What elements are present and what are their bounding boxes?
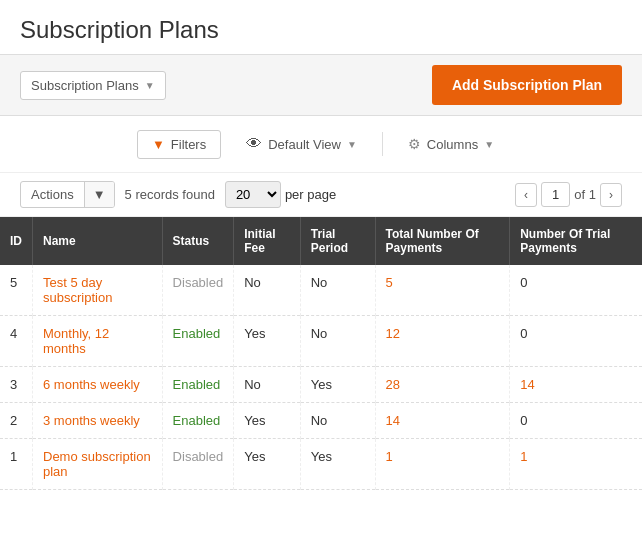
filter-icon: ▼ bbox=[152, 137, 165, 152]
cell-name[interactable]: 3 months weekly bbox=[33, 403, 163, 439]
cell-trial-payments: 14 bbox=[510, 367, 642, 403]
eye-icon: 👁 bbox=[246, 135, 262, 153]
cell-id: 4 bbox=[0, 316, 33, 367]
cell-name[interactable]: 6 months weekly bbox=[33, 367, 163, 403]
table-row: 5 Test 5 day subscription Disabled No No… bbox=[0, 265, 642, 316]
table-row: 4 Monthly, 12 months Enabled Yes No 12 0 bbox=[0, 316, 642, 367]
cell-trial-period: No bbox=[300, 316, 375, 367]
cell-initial-fee: Yes bbox=[234, 439, 301, 490]
cell-trial-payments: 0 bbox=[510, 403, 642, 439]
columns-label: Columns bbox=[427, 137, 478, 152]
records-found: 5 records found bbox=[125, 187, 215, 202]
cell-total-payments: 28 bbox=[375, 367, 510, 403]
cell-initial-fee: No bbox=[234, 265, 301, 316]
view-label: Default View bbox=[268, 137, 341, 152]
gear-icon: ⚙ bbox=[408, 136, 421, 152]
cell-status: Disabled bbox=[162, 439, 234, 490]
cell-status: Enabled bbox=[162, 367, 234, 403]
page-header: Subscription Plans bbox=[0, 0, 642, 54]
subscription-plans-dropdown[interactable]: Subscription Plans ▼ bbox=[20, 71, 166, 100]
current-page: 1 bbox=[541, 182, 570, 207]
cell-initial-fee: No bbox=[234, 367, 301, 403]
cell-name[interactable]: Test 5 day subscription bbox=[33, 265, 163, 316]
filters-button[interactable]: ▼ Filters bbox=[137, 130, 221, 159]
col-header-trial-payments: Number Of Trial Payments bbox=[510, 217, 642, 265]
filters-label: Filters bbox=[171, 137, 206, 152]
cell-initial-fee: Yes bbox=[234, 316, 301, 367]
pagination: ‹ 1 of 1 › bbox=[515, 182, 622, 207]
vertical-divider bbox=[382, 132, 383, 156]
chevron-down-icon: ▼ bbox=[484, 139, 494, 150]
cell-trial-payments: 0 bbox=[510, 265, 642, 316]
default-view-selector[interactable]: 👁 Default View ▼ bbox=[235, 128, 368, 160]
filter-bar: ▼ Filters 👁 Default View ▼ ⚙ Columns ▼ bbox=[0, 116, 642, 173]
cell-status: Disabled bbox=[162, 265, 234, 316]
table-row: 3 6 months weekly Enabled No Yes 28 14 bbox=[0, 367, 642, 403]
subscription-plans-label: Subscription Plans bbox=[31, 78, 139, 93]
toolbar-bar: Subscription Plans ▼ Add Subscription Pl… bbox=[0, 54, 642, 116]
per-page-select[interactable]: 20 50 100 per page bbox=[225, 181, 336, 208]
add-subscription-plan-button[interactable]: Add Subscription Plan bbox=[432, 65, 622, 105]
cell-status: Enabled bbox=[162, 316, 234, 367]
cell-name[interactable]: Monthly, 12 months bbox=[33, 316, 163, 367]
page-of-label: of 1 bbox=[574, 187, 596, 202]
cell-id: 1 bbox=[0, 439, 33, 490]
cell-id: 2 bbox=[0, 403, 33, 439]
cell-trial-period: No bbox=[300, 265, 375, 316]
actions-dropdown[interactable]: Actions ▼ bbox=[20, 181, 115, 208]
col-header-initial-fee: Initial Fee bbox=[234, 217, 301, 265]
cell-trial-period: Yes bbox=[300, 367, 375, 403]
cell-total-payments: 14 bbox=[375, 403, 510, 439]
cell-trial-period: No bbox=[300, 403, 375, 439]
cell-total-payments: 5 bbox=[375, 265, 510, 316]
per-page-label: per page bbox=[285, 187, 336, 202]
cell-id: 3 bbox=[0, 367, 33, 403]
chevron-down-icon: ▼ bbox=[145, 80, 155, 91]
cell-trial-payments: 1 bbox=[510, 439, 642, 490]
cell-trial-payments: 0 bbox=[510, 316, 642, 367]
cell-name[interactable]: Demo subscription plan bbox=[33, 439, 163, 490]
cell-total-payments: 12 bbox=[375, 316, 510, 367]
prev-page-button[interactable]: ‹ bbox=[515, 183, 537, 207]
table-body: 5 Test 5 day subscription Disabled No No… bbox=[0, 265, 642, 490]
actions-label: Actions bbox=[21, 182, 84, 207]
cell-total-payments: 1 bbox=[375, 439, 510, 490]
table-row: 2 3 months weekly Enabled Yes No 14 0 bbox=[0, 403, 642, 439]
col-header-status: Status bbox=[162, 217, 234, 265]
table-header: ID Name Status Initial Fee Trial Period … bbox=[0, 217, 642, 265]
next-page-button[interactable]: › bbox=[600, 183, 622, 207]
col-header-name: Name bbox=[33, 217, 163, 265]
col-header-id: ID bbox=[0, 217, 33, 265]
table-row: 1 Demo subscription plan Disabled Yes Ye… bbox=[0, 439, 642, 490]
actions-bar: Actions ▼ 5 records found 20 50 100 per … bbox=[0, 173, 642, 217]
actions-arrow-icon[interactable]: ▼ bbox=[84, 182, 114, 207]
cell-status: Enabled bbox=[162, 403, 234, 439]
cell-initial-fee: Yes bbox=[234, 403, 301, 439]
chevron-down-icon: ▼ bbox=[347, 139, 357, 150]
columns-button[interactable]: ⚙ Columns ▼ bbox=[397, 129, 505, 159]
cell-trial-period: Yes bbox=[300, 439, 375, 490]
per-page-dropdown[interactable]: 20 50 100 bbox=[225, 181, 281, 208]
cell-id: 5 bbox=[0, 265, 33, 316]
col-header-total-payments: Total Number Of Payments bbox=[375, 217, 510, 265]
subscription-plans-table: ID Name Status Initial Fee Trial Period … bbox=[0, 217, 642, 490]
page-title: Subscription Plans bbox=[20, 16, 622, 44]
col-header-trial-period: Trial Period bbox=[300, 217, 375, 265]
